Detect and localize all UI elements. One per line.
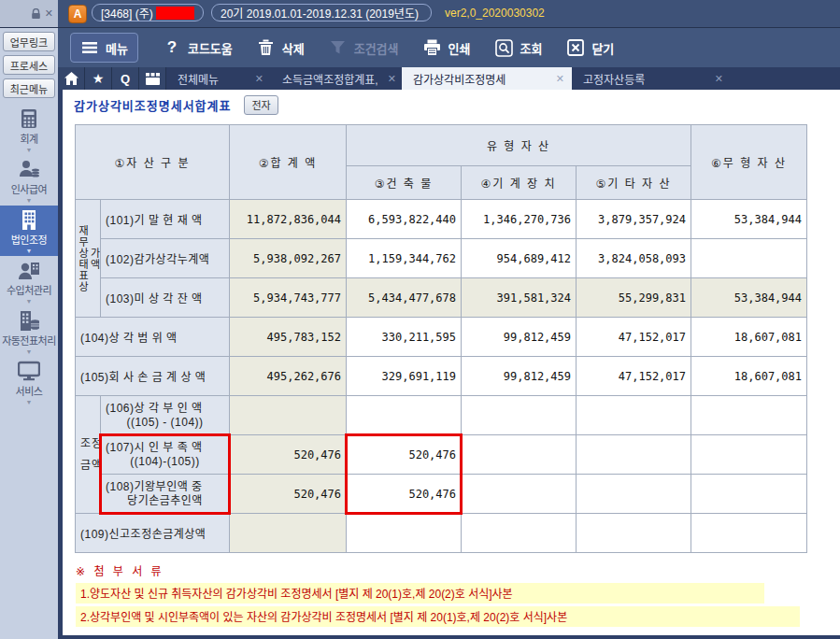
favorite-star-icon[interactable]: ★ [85, 67, 112, 90]
tab-close-icon[interactable]: ✕ [715, 73, 723, 85]
sidebar-item-revenue-mgmt[interactable]: 수입처관리 ▼ [0, 256, 58, 306]
cell-104-other[interactable]: 47,152,017 [577, 318, 691, 357]
tab-depreciation-statement[interactable]: 감가상각비조정명세 ✕ [402, 67, 572, 90]
cell-106-total[interactable] [230, 396, 347, 435]
cell-106-other[interactable] [577, 396, 691, 435]
sidebar-item-corporate-adjustment[interactable]: 법인조정 ▼ [0, 206, 58, 256]
cell-104-intangible[interactable]: 18,607,081 [691, 318, 807, 357]
cell-103-total[interactable]: 5,934,743,777 [230, 278, 347, 318]
cell-105-intangible[interactable]: 18,607,081 [691, 357, 807, 396]
menu-button[interactable]: 메뉴 [70, 33, 138, 63]
module-menu: 회계 ▼ 인사급여 ▼ 법인조정 ▼ 수입처관 [0, 105, 58, 407]
cell-107-intangible[interactable] [691, 435, 807, 475]
cell-104-machinery[interactable]: 99,812,459 [462, 318, 577, 357]
close-window-label: 닫기 [591, 39, 614, 57]
sidebar-item-service[interactable]: 서비스 ▼ [0, 357, 58, 407]
cell-108-total[interactable]: 520,476 [230, 475, 347, 514]
sidebar-label: 회계 [20, 131, 37, 146]
tab-fixed-asset-register[interactable]: 고정자산등록 ✕ [572, 67, 731, 90]
cell-101-intangible[interactable]: 53,384,944 [691, 200, 807, 239]
shortcut-recent-menu[interactable]: 최근메뉴 [3, 78, 55, 98]
cell-101-machinery[interactable]: 1,346,270,736 [462, 200, 577, 239]
tab-close-icon[interactable]: ✕ [556, 73, 564, 85]
cell-107-building[interactable]: 520,476 [347, 435, 462, 475]
sidebar-label: 자동전표처리 [2, 333, 56, 348]
close-icon[interactable]: ✕ [45, 8, 53, 19]
quick-search-icon[interactable]: Q [112, 67, 139, 90]
cell-102-intangible[interactable] [691, 239, 807, 278]
cell-102-building[interactable]: 1,159,344,762 [347, 239, 462, 278]
cell-106-machinery[interactable] [462, 396, 577, 435]
col-header-tangible: 유 형 자 산 [347, 125, 691, 166]
hamburger-icon [80, 38, 99, 57]
cell-107-total[interactable]: 520,476 [230, 435, 347, 475]
code-help-label: 코드도움 [188, 39, 233, 57]
cell-103-building[interactable]: 5,434,477,678 [347, 278, 462, 318]
sidebar-item-auto-voucher[interactable]: 자동전표처리 ▼ [0, 306, 58, 357]
electronic-badge[interactable]: 전자 [244, 95, 278, 115]
cell-102-total[interactable]: 5,938,092,267 [230, 239, 347, 278]
row-label-106: (106)상 각 부 인 액((105) - (104)) [101, 396, 230, 435]
cell-103-machinery[interactable]: 391,581,324 [462, 278, 577, 318]
funnel-icon [329, 38, 348, 57]
cell-106-building[interactable] [347, 396, 462, 435]
cell-105-building[interactable]: 329,691,119 [347, 357, 462, 396]
cell-105-other[interactable]: 47,152,017 [577, 357, 691, 396]
delete-button[interactable]: 삭제 [257, 38, 305, 57]
cell-102-other[interactable]: 3,824,058,093 [577, 239, 691, 278]
print-label: 인쇄 [448, 39, 471, 57]
condition-search-label: 조건검색 [354, 39, 399, 57]
cell-101-total[interactable]: 11,872,836,044 [230, 200, 347, 239]
cell-108-intangible[interactable] [691, 475, 807, 514]
cell-106-intangible[interactable] [691, 396, 807, 435]
table-row: (108)기왕부인액 중당기손금추인액 520,476 520,476 [76, 475, 807, 514]
cell-105-total[interactable]: 495,262,676 [230, 357, 347, 396]
printer-icon [423, 38, 442, 57]
code-help-button[interactable]: ? 코드도움 [163, 38, 233, 57]
cell-109-other[interactable] [577, 514, 691, 553]
condition-search-button[interactable]: 조건검색 [329, 38, 399, 57]
person-building-icon [18, 259, 40, 281]
cell-109-total[interactable] [230, 514, 347, 553]
shortcut-worklink[interactable]: 업무링크 [3, 32, 55, 51]
cell-104-building[interactable]: 330,211,595 [347, 318, 462, 357]
tab-label: 감가상각비조정명세 [413, 71, 505, 87]
cell-109-machinery[interactable] [462, 514, 577, 553]
cell-108-other[interactable] [577, 475, 691, 514]
tab-close-icon[interactable]: ✕ [388, 73, 396, 85]
person-coins-icon [18, 158, 40, 180]
cell-103-intangible[interactable]: 53,384,944 [691, 278, 807, 318]
cell-107-machinery[interactable] [462, 435, 577, 475]
attachment-notes: ※ 첨 부 서 류 1.양도자산 및 신규 취득자산의 감가상각비 조정명세서 … [76, 562, 831, 627]
cell-107-other[interactable] [577, 435, 691, 475]
lock-icon[interactable] [31, 8, 41, 20]
cell-103-other[interactable]: 55,299,831 [577, 278, 691, 318]
company-redaction [156, 7, 194, 20]
search-button[interactable]: 조회 [494, 38, 542, 57]
cell-109-building[interactable] [347, 514, 462, 553]
chevron-down-icon: ▼ [26, 348, 33, 355]
cell-101-building[interactable]: 6,593,822,440 [347, 200, 462, 239]
tab-income-adjustment[interactable]: 소득금액조정합계표, ✕ [271, 67, 402, 90]
sidebar-item-accounting[interactable]: 회계 ▼ [0, 105, 58, 155]
cell-108-building[interactable]: 520,476 [347, 475, 462, 514]
table-row: (107)시 인 부 족 액((104)-(105)) 520,476 520,… [76, 435, 807, 475]
cell-101-other[interactable]: 3,879,357,924 [577, 200, 691, 239]
home-icon[interactable] [58, 67, 85, 90]
monitor-icon [18, 360, 40, 382]
cell-108-machinery[interactable] [462, 475, 577, 514]
print-button[interactable]: 인쇄 [423, 38, 471, 57]
cell-104-total[interactable]: 495,783,152 [230, 318, 347, 357]
cell-105-machinery[interactable]: 99,812,459 [462, 357, 577, 396]
sidebar-item-hr-payroll[interactable]: 인사급여 ▼ [0, 155, 58, 206]
sidebar-label: 법인조정 [11, 232, 47, 247]
table-row: (102)감가상각누계액 5,938,092,267 1,159,344,762… [76, 239, 807, 278]
cell-109-intangible[interactable] [691, 514, 807, 553]
cell-102-machinery[interactable]: 954,689,412 [462, 239, 577, 278]
shortcut-process[interactable]: 프로세스 [3, 55, 55, 75]
tab-all-menu[interactable]: 전체메뉴 ✕ [166, 67, 271, 90]
menu-grid-icon[interactable] [139, 67, 166, 90]
close-window-button[interactable]: 닫기 [566, 38, 614, 57]
titlebar: ✕ A [3468] (주) 20기 2019.01.01-2019.12.31… [0, 0, 840, 28]
tab-close-icon[interactable]: ✕ [255, 73, 263, 85]
